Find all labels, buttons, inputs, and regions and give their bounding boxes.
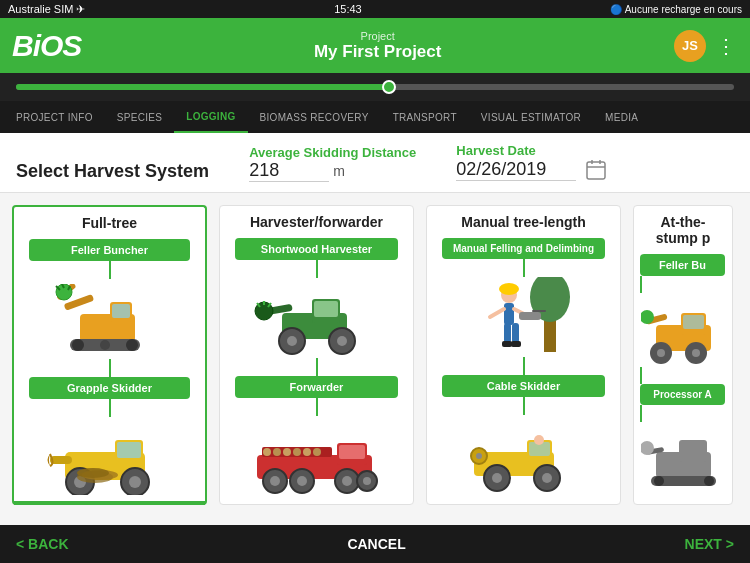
status-right: 🔵 Aucune recharge en cours <box>610 4 742 15</box>
machine-box-feller-buncher: Feller Buncher <box>29 239 190 261</box>
svg-point-76 <box>534 435 544 445</box>
nav-tabs: PROJECT INFO SPECIES LOGGING BIOMASS REC… <box>0 101 750 133</box>
connector-9 <box>523 397 525 415</box>
forwarder-image <box>226 416 407 496</box>
svg-point-24 <box>129 476 141 488</box>
calendar-icon[interactable] <box>584 158 608 182</box>
section-title: Select Harvest System <box>16 161 209 182</box>
header-right: JS ⋮ <box>674 30 738 62</box>
harvest-card-at-the-stump[interactable]: At-the-stump p Feller Bu Processor A <box>633 205 733 505</box>
svg-rect-91 <box>679 440 707 462</box>
cable-skidder-image <box>433 415 614 495</box>
connector-6 <box>316 398 318 416</box>
skidding-unit: m <box>333 163 345 179</box>
connector-3 <box>109 399 111 417</box>
avg-skidding-input[interactable] <box>249 160 329 182</box>
machine-box-processor-a: Processor A <box>640 384 725 405</box>
main-content: Select Harvest System Average Skidding D… <box>0 133 750 525</box>
tab-project-info[interactable]: PROJECT INFO <box>4 101 105 133</box>
connector-2 <box>109 359 111 377</box>
svg-point-44 <box>263 448 271 456</box>
processor-image <box>640 422 726 496</box>
harvest-date-input[interactable] <box>456 159 576 181</box>
tab-media[interactable]: MEDIA <box>593 101 650 133</box>
svg-rect-42 <box>339 445 365 459</box>
top-section: Select Harvest System Average Skidding D… <box>0 133 750 193</box>
svg-rect-61 <box>504 303 514 325</box>
card-title-full-tree: Full-tree <box>82 215 137 231</box>
grapple-skidder-image <box>20 417 199 497</box>
svg-point-15 <box>126 339 138 351</box>
svg-point-55 <box>342 476 352 486</box>
svg-rect-67 <box>512 323 519 343</box>
header: BiOS Project My First Project JS ⋮ <box>0 18 750 73</box>
svg-rect-64 <box>519 312 541 320</box>
tab-transport[interactable]: TRANSPORT <box>381 101 469 133</box>
machine-box-grapple-skidder: Grapple Skidder <box>29 377 190 399</box>
progress-bar-container[interactable] <box>0 73 750 101</box>
svg-rect-30 <box>314 301 338 317</box>
avg-skidding-label: Average Skidding Distance <box>249 145 416 160</box>
harvest-systems-list: Full-tree Feller Buncher <box>0 193 750 513</box>
connector-4 <box>316 260 318 278</box>
connector-5 <box>316 358 318 376</box>
svg-point-45 <box>273 448 281 456</box>
svg-point-89 <box>657 349 665 357</box>
project-label: Project <box>314 30 442 42</box>
more-menu-icon[interactable]: ⋮ <box>716 34 738 58</box>
progress-track <box>16 84 734 90</box>
status-left: Australie SIM ✈ <box>8 3 85 16</box>
svg-rect-68 <box>502 341 512 347</box>
svg-rect-6 <box>112 304 130 318</box>
project-name: My First Project <box>314 42 442 62</box>
svg-line-62 <box>490 309 504 317</box>
tab-biomass-recovery[interactable]: BIOMASS RECOVERY <box>248 101 381 133</box>
svg-point-46 <box>283 448 291 456</box>
svg-point-27 <box>77 468 109 478</box>
connector-1 <box>109 261 111 279</box>
svg-rect-83 <box>683 315 704 329</box>
svg-rect-69 <box>511 341 521 347</box>
card-title-at-the-stump: At-the-stump p <box>640 214 726 246</box>
svg-point-96 <box>704 476 714 486</box>
footer: < BACK CANCEL NEXT > <box>0 525 750 563</box>
progress-thumb <box>382 80 396 94</box>
machine-box-feller-bu: Feller Bu <box>640 254 725 276</box>
next-button[interactable]: NEXT > <box>685 536 734 552</box>
machine-box-cable-skidder: Cable Skidder <box>442 375 605 397</box>
svg-point-51 <box>270 476 280 486</box>
progress-fill <box>16 84 389 90</box>
svg-point-57 <box>363 477 371 485</box>
tab-species[interactable]: SPECIES <box>105 101 174 133</box>
svg-point-37 <box>287 336 297 346</box>
avg-skidding-group: Average Skidding Distance m <box>249 145 416 182</box>
svg-point-53 <box>297 476 307 486</box>
connector-10 <box>640 276 642 293</box>
avatar[interactable]: JS <box>674 30 706 62</box>
at-stump-machine-image <box>640 293 726 367</box>
harvest-card-manual-tree-length[interactable]: Manual tree-length Manual Felling and De… <box>426 205 621 505</box>
connector-8 <box>523 357 525 375</box>
status-time: 15:43 <box>334 3 362 15</box>
svg-point-16 <box>100 340 110 350</box>
harvest-card-full-tree[interactable]: Full-tree Feller Buncher <box>12 205 207 505</box>
connector-11 <box>640 367 642 384</box>
machine-box-manual-felling: Manual Felling and Delimbing <box>442 238 605 259</box>
back-button[interactable]: < BACK <box>16 536 69 552</box>
shortwood-harvester-image <box>226 278 407 358</box>
cancel-button[interactable]: CANCEL <box>347 536 405 552</box>
connector-7 <box>523 259 525 277</box>
manual-felling-image <box>433 277 614 357</box>
header-center: Project My First Project <box>314 30 442 62</box>
svg-point-14 <box>72 339 84 351</box>
harvest-card-harvester-forwarder[interactable]: Harvester/forwarder Shortwood Harvester <box>219 205 414 505</box>
feller-buncher-image <box>20 279 199 359</box>
svg-point-78 <box>492 473 502 483</box>
svg-rect-0 <box>587 162 605 179</box>
harvest-date-label: Harvest Date <box>456 143 608 158</box>
svg-point-47 <box>293 448 301 456</box>
tab-logging[interactable]: LOGGING <box>174 101 247 133</box>
svg-point-75 <box>476 453 482 459</box>
tab-visual-estimator[interactable]: VISUAL ESTIMATOR <box>469 101 593 133</box>
svg-point-87 <box>692 349 700 357</box>
